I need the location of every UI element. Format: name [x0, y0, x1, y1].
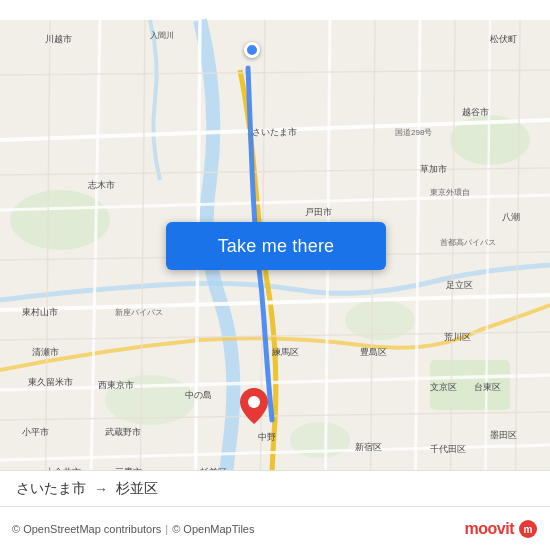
route-destination: 杉並区 — [116, 480, 158, 498]
svg-text:豊島区: 豊島区 — [360, 347, 387, 357]
svg-text:新宿区: 新宿区 — [355, 442, 382, 452]
moovit-brand: moovit — [465, 520, 514, 538]
svg-text:入間川: 入間川 — [150, 31, 174, 40]
svg-text:さいたま市: さいたま市 — [252, 127, 297, 137]
moovit-logo: moovit m — [465, 519, 538, 539]
svg-text:西東京市: 西東京市 — [98, 380, 134, 390]
map-container: 川越市 入間川 松伏町 さいたま市 国道298号 越谷市 志木市 草加市 東京外… — [0, 0, 550, 550]
route-arrow: → — [94, 481, 108, 497]
svg-text:中野: 中野 — [258, 432, 276, 442]
svg-text:草加市: 草加市 — [420, 164, 447, 174]
svg-text:文京区: 文京区 — [430, 382, 457, 392]
svg-text:八潮: 八潮 — [502, 212, 520, 222]
svg-text:首都高バイパス: 首都高バイパス — [440, 238, 496, 247]
footer-attribution: © OpenStreetMap contributors | © OpenMap… — [12, 523, 255, 535]
svg-text:m: m — [524, 524, 533, 535]
route-info-bar: さいたま市 → 杉並区 — [0, 470, 550, 506]
take-me-there-button[interactable]: Take me there — [166, 222, 386, 270]
svg-text:新座バイパス: 新座バイパス — [115, 308, 163, 317]
omt-attribution: © OpenMapTiles — [172, 523, 254, 535]
svg-text:墨田区: 墨田区 — [490, 430, 517, 440]
svg-text:中の島: 中の島 — [185, 390, 212, 400]
svg-text:越谷市: 越谷市 — [462, 107, 489, 117]
svg-point-65 — [248, 396, 260, 408]
moovit-icon: m — [518, 519, 538, 539]
svg-text:東村山市: 東村山市 — [22, 307, 58, 317]
map-background: 川越市 入間川 松伏町 さいたま市 国道298号 越谷市 志木市 草加市 東京外… — [0, 0, 550, 550]
osm-attribution: © OpenStreetMap contributors — [12, 523, 161, 535]
svg-text:東久留米市: 東久留米市 — [28, 377, 73, 387]
footer-separator: | — [165, 523, 168, 535]
origin-pin — [244, 42, 260, 58]
svg-text:戸田市: 戸田市 — [305, 207, 332, 217]
svg-text:武蔵野市: 武蔵野市 — [105, 427, 141, 437]
route-origin: さいたま市 — [16, 480, 86, 498]
svg-text:台東区: 台東区 — [474, 382, 501, 392]
footer-bar: © OpenStreetMap contributors | © OpenMap… — [0, 506, 550, 550]
svg-text:東京外環自: 東京外環自 — [430, 188, 470, 197]
svg-text:川越市: 川越市 — [45, 34, 72, 44]
svg-text:志木市: 志木市 — [88, 180, 115, 190]
svg-text:足立区: 足立区 — [446, 280, 473, 290]
destination-pin — [240, 388, 268, 424]
svg-text:松伏町: 松伏町 — [490, 34, 517, 44]
svg-text:清瀬市: 清瀬市 — [32, 347, 59, 357]
svg-text:荒川区: 荒川区 — [444, 332, 471, 342]
svg-text:練馬区: 練馬区 — [271, 347, 299, 357]
svg-text:小平市: 小平市 — [22, 427, 49, 437]
svg-text:国道298号: 国道298号 — [395, 128, 432, 137]
svg-text:千代田区: 千代田区 — [430, 444, 466, 454]
